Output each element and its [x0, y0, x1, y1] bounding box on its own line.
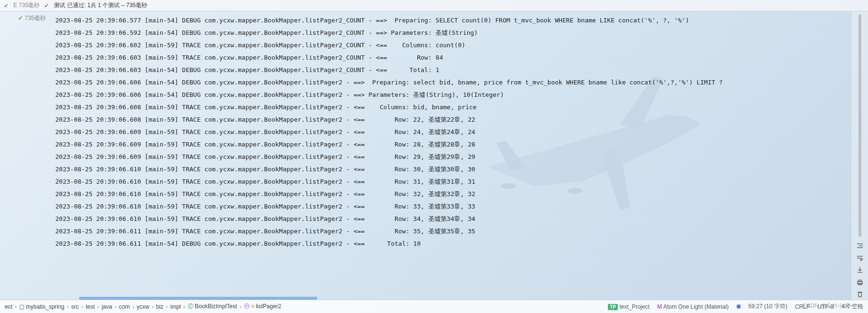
chevron-right-icon: ›	[67, 303, 69, 310]
breadcrumb-class[interactable]: ⒸBookBizImplTest	[188, 303, 237, 311]
breadcrumb-item[interactable]: biz	[156, 303, 163, 310]
download-icon[interactable]	[854, 265, 866, 275]
breadcrumb-method[interactable]: ⓜ≡listPager2	[244, 303, 281, 311]
project-label: text_Project	[619, 303, 649, 310]
console-output-panel[interactable]: 2023-08-25 20:39:06.577 [main-54] DEBUG …	[50, 11, 851, 300]
file-encoding[interactable]: UTF-8	[818, 303, 834, 310]
line-separator[interactable]: CRLF	[795, 303, 810, 310]
chevron-right-icon: ›	[151, 303, 153, 310]
tp-badge-icon: TP	[608, 304, 618, 310]
check-icon: ✓	[4, 2, 9, 9]
right-tool-gutter	[851, 11, 868, 300]
theme-label: Atom One Light (Material)	[663, 303, 728, 310]
test-summary: 测试 已通过: 1共 1 个测试 – 735毫秒	[54, 1, 147, 10]
chevron-right-icon: ›	[183, 303, 185, 310]
chevron-right-icon: ›	[114, 303, 116, 310]
breadcrumb-item[interactable]: ect	[5, 303, 12, 310]
project-indicator[interactable]: TP text_Project	[608, 303, 650, 310]
status-bar: ect›▢mybatis_spring›src›test›java›com›yc…	[0, 300, 868, 313]
vertical-scrollbar[interactable]	[858, 14, 861, 237]
breadcrumb-item[interactable]: com	[119, 303, 130, 310]
horizontal-scrollbar[interactable]	[79, 297, 317, 300]
cursor-position[interactable]: 59:27 (10 字符)	[748, 303, 787, 311]
breadcrumb-item[interactable]: impl	[171, 303, 181, 310]
test-duration-gutter: 735毫秒	[25, 15, 46, 21]
breadcrumb-item[interactable]: src	[71, 303, 79, 310]
test-method-icon: ≡	[251, 303, 254, 310]
check-icon: ✓	[18, 15, 23, 21]
expand-icon[interactable]	[854, 240, 866, 251]
indent-setting[interactable]: 4 个空格	[841, 303, 863, 311]
svg-rect-3	[858, 280, 861, 282]
chevron-right-icon: ›	[240, 303, 242, 310]
chevron-right-icon: ›	[166, 303, 168, 310]
chevron-right-icon: ›	[132, 303, 134, 310]
folder-icon: ▢	[19, 303, 24, 310]
theme-indicator[interactable]: M Atom One Light (Material)	[657, 303, 729, 310]
breadcrumb-item[interactable]: java	[101, 303, 112, 310]
method-icon: ⓜ	[244, 303, 250, 311]
test-duration-left: E 735毫秒	[13, 1, 40, 10]
breadcrumb-item[interactable]: ▢mybatis_spring	[19, 303, 64, 310]
status-dot-icon[interactable]	[737, 304, 741, 309]
chevron-right-icon: ›	[97, 303, 99, 310]
chevron-right-icon: ›	[81, 303, 83, 310]
test-class-icon: Ⓒ	[188, 303, 193, 311]
test-tree-gutter: ✓735毫秒	[0, 11, 50, 300]
material-theme-icon: M	[657, 303, 662, 310]
check-icon: ✓	[44, 2, 49, 9]
console-text[interactable]: 2023-08-25 20:39:06.577 [main-54] DEBUG …	[50, 11, 851, 252]
breadcrumbs: ect›▢mybatis_spring›src›test›java›com›yc…	[5, 303, 281, 311]
print-icon[interactable]	[854, 277, 866, 288]
breadcrumb-item[interactable]: test	[86, 303, 95, 310]
soft-wrap-icon[interactable]	[854, 253, 866, 263]
test-result-header: ✓ E 735毫秒 ✓ 测试 已通过: 1共 1 个测试 – 735毫秒	[0, 0, 868, 11]
breadcrumb-item[interactable]: ycxw	[137, 303, 150, 310]
chevron-right-icon: ›	[15, 303, 17, 310]
trash-icon[interactable]	[854, 290, 866, 300]
